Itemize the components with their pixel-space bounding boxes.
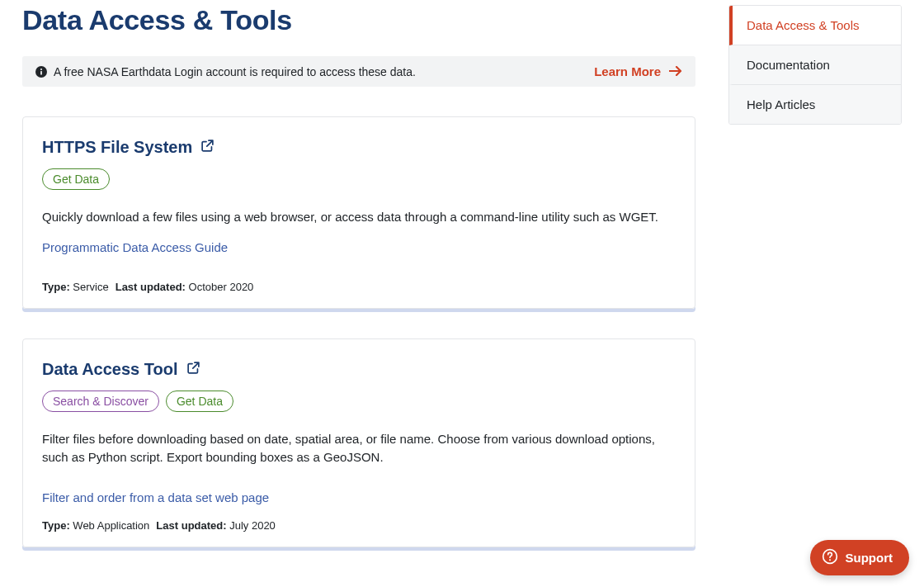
sidebar-item[interactable]: Data Access & Tools <box>729 6 901 45</box>
info-bar-left: A free NASA Earthdata Login account is r… <box>35 65 416 78</box>
tool-card: HTTPS File SystemGet DataQuickly downloa… <box>22 116 695 309</box>
arrow-right-icon <box>669 64 682 78</box>
card-title-text: Data Access Tool <box>42 360 178 379</box>
card-title[interactable]: HTTPS File System <box>42 138 676 157</box>
meta-type-label: Type: <box>42 281 70 293</box>
tag: Get Data <box>166 391 233 412</box>
card-meta: Type: ServiceLast updated: October 2020 <box>42 281 676 293</box>
info-icon <box>35 66 47 78</box>
page-title: Data Access & Tools <box>22 4 695 36</box>
svg-point-2 <box>40 68 42 69</box>
support-button[interactable]: Support <box>810 540 910 575</box>
meta-updated-value: October 2020 <box>189 281 254 293</box>
card-tags: Search & DiscoverGet Data <box>42 391 676 412</box>
tag: Get Data <box>42 168 110 190</box>
meta-type-label: Type: <box>42 519 70 532</box>
card-meta: Type: Web ApplicationLast updated: July … <box>42 519 676 532</box>
sidebar-item[interactable]: Help Articles <box>729 85 901 124</box>
info-bar: A free NASA Earthdata Login account is r… <box>22 56 695 87</box>
svg-point-4 <box>829 559 831 561</box>
support-label: Support <box>846 551 893 565</box>
svg-rect-1 <box>40 71 42 74</box>
meta-updated-label: Last updated: <box>156 519 226 532</box>
card-tags: Get Data <box>42 168 676 190</box>
sidebar-item[interactable]: Documentation <box>729 45 901 85</box>
card-guide-link[interactable]: Filter and order from a data set web pag… <box>42 490 676 504</box>
main-content: Data Access & Tools A free NASA Earthdat… <box>22 0 695 577</box>
card-title[interactable]: Data Access Tool <box>42 360 676 379</box>
external-link-icon <box>186 360 200 379</box>
learn-more-label: Learn More <box>594 64 661 78</box>
info-bar-text: A free NASA Earthdata Login account is r… <box>54 65 416 78</box>
meta-updated-label: Last updated: <box>116 281 186 293</box>
learn-more-link[interactable]: Learn More <box>594 64 682 78</box>
meta-type-value: Web Application <box>73 519 149 532</box>
sidebar-list: Data Access & ToolsDocumentationHelp Art… <box>728 5 902 125</box>
tool-card: Data Access ToolSearch & DiscoverGet Dat… <box>22 338 695 547</box>
tag: Search & Discover <box>42 391 159 412</box>
help-icon <box>822 548 838 567</box>
external-link-icon <box>200 138 214 157</box>
card-title-text: HTTPS File System <box>42 138 192 157</box>
card-description: Quickly download a few files using a web… <box>42 208 676 227</box>
card-guide-link[interactable]: Programmatic Data Access Guide <box>42 240 676 254</box>
sidebar-nav: Data Access & ToolsDocumentationHelp Art… <box>728 0 902 577</box>
meta-type-value: Service <box>73 281 108 293</box>
meta-updated-value: July 2020 <box>229 519 276 532</box>
card-description: Filter files before downloading based on… <box>42 430 676 467</box>
